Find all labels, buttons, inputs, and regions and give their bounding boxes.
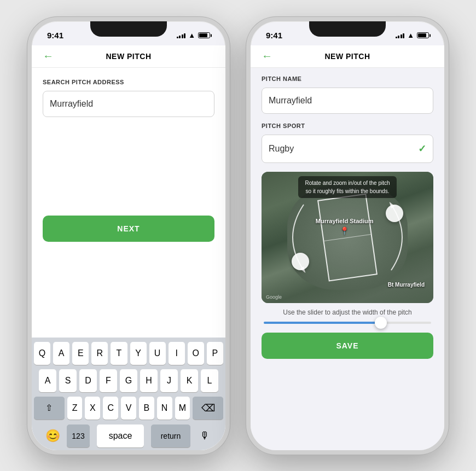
- shift-key[interactable]: ⇧: [34, 397, 65, 420]
- map-instruction: Rotate and zoom in/out of the pitch so i…: [298, 176, 397, 198]
- battery-icon-right: [417, 32, 429, 38]
- page-title-right: NEW PITCH: [324, 52, 370, 61]
- keyboard-row-3: ⇧ Z X C V B N M ⌫: [34, 397, 223, 420]
- key-a2[interactable]: A: [39, 369, 56, 392]
- keyboard-row-1: Q A E R T Y U I O P: [34, 342, 223, 365]
- delete-key[interactable]: ⌫: [193, 397, 223, 420]
- google-logo: Google: [266, 294, 282, 300]
- search-input[interactable]: [43, 91, 214, 117]
- key-s[interactable]: S: [59, 369, 77, 392]
- key-j[interactable]: J: [160, 369, 178, 392]
- slider-fill: [264, 322, 381, 324]
- status-icons-left: ▲: [177, 31, 210, 39]
- phone-left: 9:41 ▲ ← NEW PITCH: [27, 17, 230, 455]
- nav-header-right: ← NEW PITCH: [251, 45, 444, 68]
- wifi-icon-right: ▲: [407, 31, 414, 39]
- key-k[interactable]: K: [181, 369, 198, 392]
- key-l[interactable]: L: [201, 369, 218, 392]
- time-right: 9:41: [266, 31, 282, 40]
- key-r[interactable]: R: [91, 342, 108, 365]
- back-button-left[interactable]: ←: [43, 50, 54, 62]
- key-z[interactable]: Z: [67, 397, 83, 420]
- status-icons-right: ▲: [396, 31, 429, 39]
- key-t[interactable]: T: [111, 342, 127, 365]
- pitch-sport-label: PITCH SPORT: [262, 123, 433, 129]
- key-h[interactable]: H: [140, 369, 158, 392]
- key-u[interactable]: U: [149, 342, 166, 365]
- phone-right: 9:41 ▲ ← NEW PITCH: [246, 17, 449, 455]
- slider-label: Use the slider to adjust the width of th…: [262, 309, 433, 316]
- form-right: PITCH NAME PITCH SPORT Rugby ✓: [251, 68, 444, 163]
- key-p[interactable]: P: [207, 342, 223, 365]
- handle-top-right[interactable]: [386, 205, 403, 222]
- map-container[interactable]: Rotate and zoom in/out of the pitch so i…: [262, 172, 433, 303]
- key-b[interactable]: B: [139, 397, 154, 420]
- form-left: SEARCH PITCH ADDRESS: [32, 68, 225, 117]
- key-o[interactable]: O: [188, 342, 204, 365]
- numbers-key[interactable]: 123: [67, 425, 90, 447]
- mic-key[interactable]: 🎙: [195, 425, 214, 447]
- signal-icon-left: [177, 32, 186, 38]
- stadium-label: Murrayfield Stadium 📍: [316, 217, 374, 236]
- key-v[interactable]: V: [121, 397, 136, 420]
- key-a[interactable]: A: [53, 342, 69, 365]
- keyboard-row-2: A S D F G H J K L: [34, 369, 223, 392]
- key-e[interactable]: E: [72, 342, 89, 365]
- dropdown-chevron-icon: ✓: [418, 143, 426, 155]
- notch-right: [309, 21, 386, 37]
- sport-dropdown[interactable]: Rugby ✓: [262, 135, 433, 163]
- page-title-left: NEW PITCH: [106, 52, 151, 61]
- slider-section: Use the slider to adjust the width of th…: [251, 303, 444, 328]
- pitch-name-input[interactable]: [262, 88, 433, 114]
- keyboard-bottom-row: 😊 123 space return 🎙: [34, 424, 223, 448]
- map-background: Rotate and zoom in/out of the pitch so i…: [262, 172, 433, 303]
- nav-header-left: ← NEW PITCH: [32, 45, 225, 68]
- search-label: SEARCH PITCH ADDRESS: [43, 79, 214, 85]
- key-c[interactable]: C: [103, 397, 118, 420]
- slider-track[interactable]: [264, 322, 431, 324]
- pitch-name-label: PITCH NAME: [262, 75, 433, 82]
- space-key[interactable]: space: [97, 425, 144, 447]
- key-y[interactable]: Y: [130, 342, 147, 365]
- sport-value: Rugby: [269, 144, 294, 154]
- phones-container: 9:41 ▲ ← NEW PITCH: [27, 17, 449, 455]
- empty-space-left: [32, 117, 225, 216]
- emoji-key[interactable]: 😊: [43, 425, 62, 447]
- return-key[interactable]: return: [151, 425, 190, 447]
- screen-right: ← NEW PITCH PITCH NAME PITCH SPORT Rugby…: [251, 45, 444, 450]
- key-g[interactable]: G: [120, 369, 137, 392]
- key-d[interactable]: D: [79, 369, 97, 392]
- handle-bottom-left[interactable]: [292, 253, 309, 270]
- back-button-right[interactable]: ←: [262, 50, 272, 62]
- signal-icon-right: [396, 32, 405, 38]
- map-pin-icon: 📍: [340, 226, 349, 235]
- save-button[interactable]: SAVE: [262, 333, 433, 359]
- slider-thumb[interactable]: [375, 317, 387, 329]
- time-left: 9:41: [47, 31, 63, 40]
- notch-left: [90, 21, 167, 37]
- keyboard: Q A E R T Y U I O P A S D F G H: [32, 338, 225, 450]
- screen-left: ← NEW PITCH SEARCH PITCH ADDRESS NEXT Q …: [32, 45, 225, 450]
- key-q[interactable]: Q: [34, 342, 50, 365]
- key-f[interactable]: F: [100, 369, 117, 392]
- wifi-icon-left: ▲: [188, 31, 195, 39]
- bt-label: Bt Murrayfield: [388, 282, 425, 288]
- key-x[interactable]: X: [85, 397, 100, 420]
- key-n[interactable]: N: [157, 397, 172, 420]
- key-i[interactable]: I: [169, 342, 185, 365]
- next-button[interactable]: NEXT: [43, 216, 214, 242]
- key-m[interactable]: M: [175, 397, 190, 420]
- battery-icon-left: [198, 32, 210, 38]
